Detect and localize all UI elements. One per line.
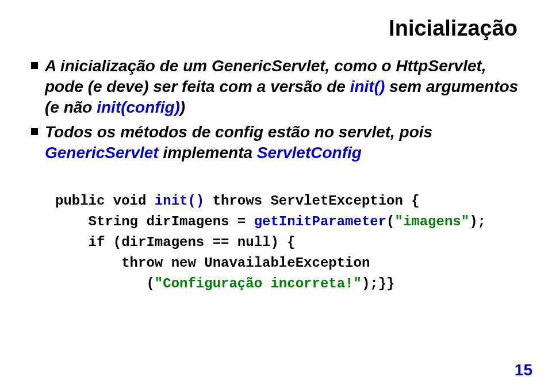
code-text: String dirImagens = [55, 214, 254, 229]
bullet-text: Todos os métodos de config estão no serv… [45, 123, 432, 141]
code-text: if (dirImagens == null) { [55, 235, 296, 250]
code-string: "Configuração incorreta!" [155, 276, 362, 291]
code-text: throws ServletException { [204, 193, 419, 209]
code-string: "imagens" [395, 214, 470, 229]
code-text: ( [55, 276, 155, 291]
code-text: );}} [362, 276, 395, 291]
bullet-emph: GenericServlet [45, 144, 159, 162]
bullet-emph: ServletConfig [257, 144, 362, 162]
bullet-text: implementa [159, 144, 257, 162]
bullet-list: A inicialização de um GenericServlet, co… [29, 56, 523, 163]
bullet-text: ) [180, 98, 185, 116]
bullet-item: A inicialização de um GenericServlet, co… [29, 56, 523, 117]
page-number: 15 [515, 361, 532, 379]
code-keyword: init() [155, 193, 204, 209]
code-text: ( [386, 214, 394, 229]
slide-title: Inicialização [29, 16, 523, 41]
code-block: public void init() throws ServletExcepti… [29, 191, 523, 294]
bullet-item: Todos os métodos de config estão no serv… [29, 122, 523, 163]
code-text: ); [469, 214, 486, 229]
code-keyword: getInitParameter [254, 214, 386, 229]
bullet-emph: init(config) [97, 98, 180, 116]
bullet-emph: init() [350, 78, 385, 95]
code-text: public void [55, 193, 155, 209]
code-text: throw new UnavailableException [55, 255, 370, 271]
